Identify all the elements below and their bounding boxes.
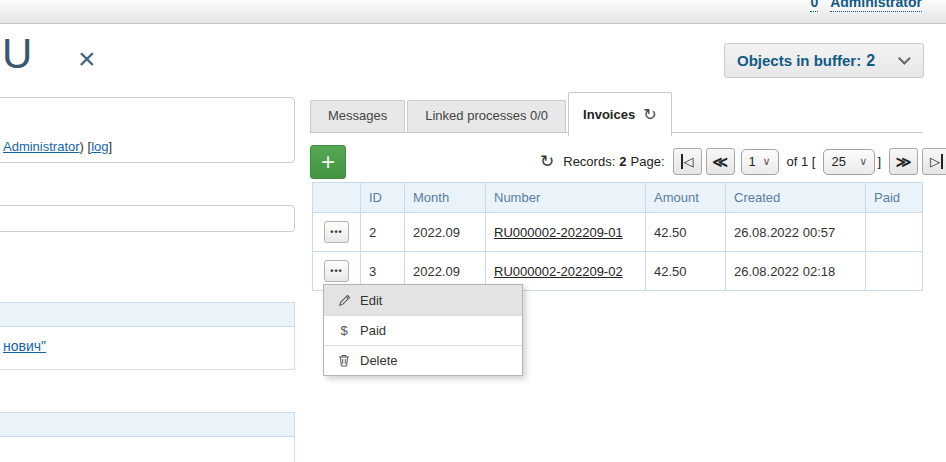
buffer-label: Objects in buffer: (737, 52, 861, 69)
chevron-down-icon: ∨ (762, 155, 770, 168)
menu-item-label: Paid (360, 323, 386, 338)
owner-mid-text: ) [ (80, 139, 92, 154)
owner-log-line: Administrator) [log] (3, 139, 112, 154)
col-number: Number (486, 183, 646, 213)
cell-month: 2022.09 (405, 213, 486, 252)
first-page-icon: ◁ (681, 154, 694, 169)
next-page-button[interactable]: ≫ (889, 148, 918, 175)
notification-count-link[interactable]: 0 (810, 0, 818, 12)
pencil-icon (336, 294, 352, 307)
left-section-extra (0, 412, 295, 462)
left-info-panel: Administrator) [log] (0, 97, 295, 163)
prev-page-button[interactable]: ≪ (706, 148, 735, 175)
col-amount: Amount (646, 183, 726, 213)
page-number-value: 1 (749, 154, 756, 169)
current-user-link[interactable]: Administrator (830, 0, 922, 12)
cell-created: 26.08.2022 02:18 (726, 252, 866, 291)
last-page-icon: ▷ (930, 154, 943, 169)
left-section-contact: нович" (0, 302, 295, 370)
tab-invoices[interactable]: Invoices ↻ (568, 92, 671, 136)
left-section-extra-body (0, 437, 295, 462)
tab-invoices-label: Invoices (583, 95, 635, 135)
page-number-select[interactable]: 1 ∨ (741, 149, 779, 175)
prev-page-icon: ≪ (712, 153, 728, 171)
contact-name-link[interactable]: нович" (3, 338, 46, 354)
table-row: ••• 2 2022.09 RU000002-202209-01 42.50 2… (313, 213, 923, 252)
invoice-number-link[interactable]: RU000002-202209-01 (494, 225, 623, 240)
page-label: Page: (631, 154, 665, 169)
app-window: 0 Administrator U × Objects in buffer: 2… (0, 0, 946, 462)
cell-amount: 42.50 (646, 213, 726, 252)
menu-item-paid[interactable]: $ Paid (324, 315, 522, 345)
col-actions (313, 183, 361, 213)
invoices-table: ID Month Number Amount Created Paid ••• … (312, 182, 923, 291)
col-created: Created (726, 183, 866, 213)
first-page-button[interactable]: ◁ (673, 148, 702, 175)
records-label: Records: (563, 154, 615, 169)
chevron-down-icon: ∨ (859, 155, 867, 168)
row-actions-button[interactable]: ••• (324, 260, 349, 282)
tab-messages[interactable]: Messages (310, 100, 405, 132)
row-context-menu: Edit $ Paid Delete (323, 284, 523, 376)
buffer-count: 2 (866, 52, 875, 70)
objects-in-buffer-dropdown[interactable]: Objects in buffer: 2 (724, 43, 924, 78)
left-section-contact-header (0, 302, 295, 327)
menu-item-label: Delete (360, 353, 398, 368)
trash-icon (336, 354, 352, 367)
pagination-bar: ↻ Records: 2 Page: ◁ ≪ 1 ∨ of 1 [ 25 ∨ ]… (540, 145, 946, 178)
cell-paid (866, 213, 923, 252)
col-paid: Paid (866, 183, 923, 213)
page-size-select[interactable]: 25 ∨ (823, 149, 875, 175)
close-icon[interactable]: × (78, 44, 96, 74)
log-link[interactable]: log (91, 139, 108, 154)
left-section-extra-header (0, 412, 295, 437)
menu-item-edit[interactable]: Edit (324, 285, 522, 315)
menu-item-label: Edit (360, 293, 382, 308)
col-id: ID (361, 183, 405, 213)
table-header-row: ID Month Number Amount Created Paid (313, 183, 923, 213)
tab-linked-processes[interactable]: Linked processes 0/0 (407, 100, 566, 132)
cell-id: 2 (361, 213, 405, 252)
cell-amount: 42.50 (646, 252, 726, 291)
invoice-number-link[interactable]: RU000002-202209-02 (494, 264, 623, 279)
next-page-icon: ≫ (896, 153, 912, 171)
page-size-value: 25 (831, 154, 845, 169)
owner-end-text: ] (109, 139, 113, 154)
topbar-user-area: 0 Administrator (810, 0, 922, 12)
row-actions-button[interactable]: ••• (324, 221, 349, 243)
dollar-icon: $ (336, 323, 352, 338)
owner-link[interactable]: Administrator (3, 139, 80, 154)
refresh-icon[interactable]: ↻ (643, 95, 656, 135)
left-section-contact-body: нович" (0, 327, 295, 370)
refresh-icon[interactable]: ↻ (540, 151, 554, 172)
menu-item-delete[interactable]: Delete (324, 345, 522, 375)
cell-paid (866, 252, 923, 291)
bracket-close-label: ] (877, 154, 881, 169)
cell-created: 26.08.2022 00:57 (726, 213, 866, 252)
add-invoice-button[interactable]: + (310, 145, 346, 179)
page-title: U (2, 32, 32, 76)
page-of-label: of 1 [ (787, 154, 816, 169)
records-count: 2 (619, 154, 626, 169)
col-month: Month (405, 183, 486, 213)
left-empty-field[interactable] (0, 205, 295, 232)
last-page-button[interactable]: ▷ (922, 148, 946, 175)
chevron-down-icon (898, 52, 911, 65)
top-bar: 0 Administrator (0, 0, 946, 24)
tab-bar: Messages Linked processes 0/0 Invoices ↻ (310, 93, 922, 133)
